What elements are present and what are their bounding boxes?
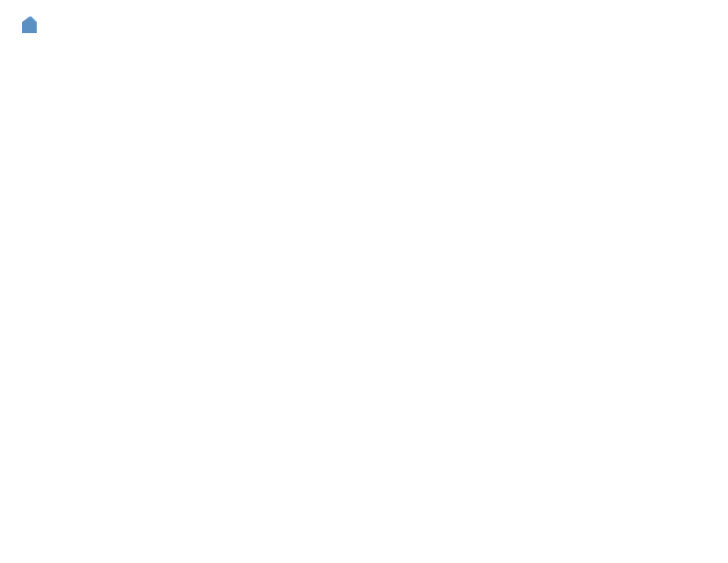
logo-icon <box>18 15 40 37</box>
logo <box>15 15 40 37</box>
page-header <box>15 15 713 37</box>
